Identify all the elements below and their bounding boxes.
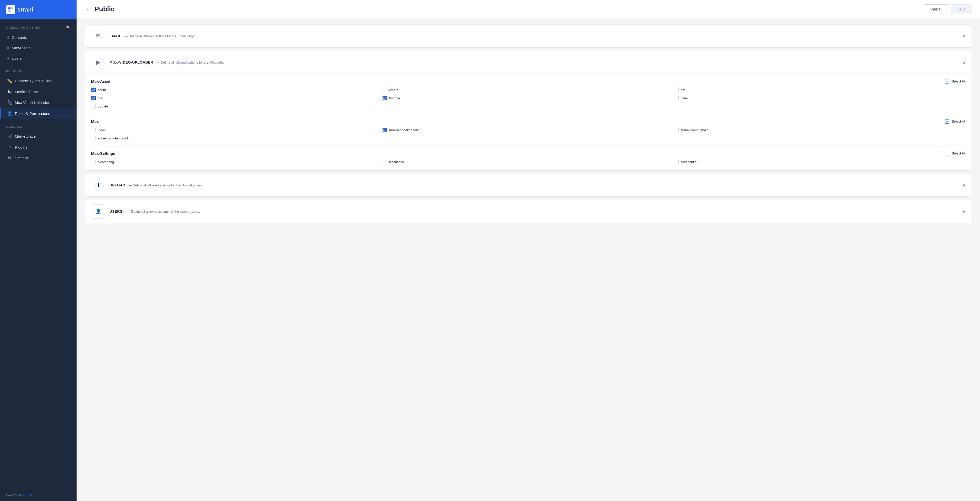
topbar-right: Cancel Save <box>924 4 972 14</box>
chevron-down-icon: ∨ <box>963 183 966 188</box>
plugin-email-header[interactable]: ✉ EMAIL — Define all allowed actions for… <box>85 25 972 48</box>
checkbox-mux-index-input[interactable] <box>91 128 96 132</box>
sidebar-item-content-types-builder[interactable]: ✏️ Content-Types Builder <box>0 75 76 86</box>
checkbox-isconfiged-label: isconfiged <box>389 160 404 164</box>
checkbox-create-label: create <box>389 88 398 92</box>
sidebar-item-media-library[interactable]: 🖼 Media Library <box>0 86 76 97</box>
mux-settings-unchecked-box[interactable] <box>945 151 950 155</box>
checkbox-saveconfig-input[interactable] <box>674 160 679 164</box>
checkbox-findone-input[interactable] <box>383 96 387 101</box>
mux-settings-select-all[interactable]: Select All <box>952 152 966 155</box>
checkbox-del: del <box>674 88 966 92</box>
chevron-up-icon: ∧ <box>963 60 966 65</box>
pencil-icon: ✏️ <box>7 78 12 83</box>
app-name: strapi <box>18 6 33 13</box>
marketplace-icon: 🛒 <box>7 134 12 139</box>
back-button[interactable]: ‹ <box>85 5 91 13</box>
svg-rect-1 <box>11 7 13 10</box>
plugin-users: 👤 USERS- — Define all allowed actions fo… <box>85 200 972 223</box>
topbar: ‹ Public Cancel Save <box>76 0 980 18</box>
mux-partial-checkbox[interactable] <box>945 119 950 124</box>
checkbox-isconfiged-input[interactable] <box>383 160 387 164</box>
search-icon[interactable]: 🔍 <box>66 26 71 30</box>
sidebar-item-contents[interactable]: Contents <box>0 32 76 43</box>
checkbox-submitdirectupload-label: submitdirectupload <box>681 128 708 132</box>
checkbox-saveconfig: saveconfig <box>674 160 966 164</box>
checkbox-clearconfig-input[interactable] <box>91 160 96 164</box>
sidebar-item-plugins[interactable]: ≡ Plugins <box>0 142 76 152</box>
mux-select-all-area: Select All <box>945 119 966 124</box>
mux-permissions-body: Mux-Asset Select All <box>85 74 972 170</box>
checkbox-del-label: del <box>681 88 685 92</box>
mux-settings-select-all-area: Select All <box>945 151 966 155</box>
topbar-left: ‹ Public <box>85 5 115 13</box>
upload-icon-wrap: ⬆ <box>91 178 105 192</box>
mux-icon: ▶ <box>96 59 100 65</box>
sidebar-item-users[interactable]: Users <box>0 53 76 64</box>
sidebar-item-settings[interactable]: ⚙ Settings <box>0 152 76 163</box>
sidebar-item-mux-video-uploader[interactable]: 📎 Mux Video Uploader <box>0 97 76 108</box>
svg-rect-2 <box>8 10 11 12</box>
collection-types-section: Collection Types 🔍 Contents MuxAssets Us… <box>0 19 76 64</box>
mux-label: Mux <box>91 119 99 124</box>
strapi-logo-icon <box>6 5 15 14</box>
checkbox-mux-index-label: index <box>98 128 106 132</box>
checkbox-index-asset-input[interactable] <box>674 96 679 101</box>
sidebar-item-muxassets[interactable]: MuxAssets <box>0 43 76 53</box>
plugin-mux-video-uploader: ▶ MUX-VIDEO-UPLOADER — Define all allowe… <box>85 51 972 171</box>
mux-asset-select-all[interactable]: Select All <box>952 80 966 83</box>
plugin-upload-header[interactable]: ⬆ UPLOAD — Define all allowed actions fo… <box>85 174 972 196</box>
plugin-mux-header[interactable]: ▶ MUX-VIDEO-UPLOADER — Define all allowe… <box>85 51 972 74</box>
perm-group-mux-settings-header: Mux-Settings Select All <box>91 151 966 155</box>
checkbox-del-input[interactable] <box>674 88 679 92</box>
mux-asset-label: Mux-Asset <box>91 79 110 83</box>
image-icon: 🖼 <box>7 89 12 94</box>
upload-icon: 📎 <box>7 100 12 105</box>
content-area: ✉ EMAIL — Define all allowed actions for… <box>76 18 980 501</box>
sidebar-item-roles-permissions[interactable]: 👤 Roles & Permissions <box>0 108 76 119</box>
dot-icon <box>7 57 9 59</box>
plugin-upload-text: UPLOAD — Define all allowed actions for … <box>110 183 963 187</box>
checkbox-submitdirectupload-input[interactable] <box>674 128 679 132</box>
checkbox-count-input[interactable] <box>91 88 96 92</box>
dot-icon <box>7 37 9 38</box>
mux-settings-label: Mux-Settings <box>91 151 115 155</box>
perm-group-mux-asset: Mux-Asset Select All <box>91 74 966 108</box>
checkbox-find-input[interactable] <box>91 96 96 101</box>
checkbox-count-label: count <box>98 88 106 92</box>
page-title: Public <box>95 5 115 13</box>
checkbox-muxwebhookhandler-input[interactable] <box>383 128 387 132</box>
plugin-email-text: EMAIL — Define all allowed actions for t… <box>110 34 963 38</box>
mux-select-all[interactable]: Select All <box>952 120 966 123</box>
list-icon: ≡ <box>7 145 12 149</box>
sidebar-item-marketplace[interactable]: 🛒 Marketplace <box>0 131 76 142</box>
collection-types-label: Collection Types 🔍 <box>0 19 76 32</box>
mux-checkboxes: index muxwebhookhandler submitdirectuplo… <box>91 128 966 140</box>
user-icon: 👤 <box>7 111 12 116</box>
mux-asset-checkboxes: count create del <box>91 88 966 108</box>
general-section: General 🛒 Marketplace ≡ Plugins ⚙ Settin… <box>0 119 76 163</box>
checkbox-create-input[interactable] <box>383 88 387 92</box>
email-icon: ✉ <box>96 33 100 39</box>
checkbox-clearconfig-label: clearconfig <box>98 160 114 164</box>
plugins-label: Plugins <box>0 64 76 75</box>
email-icon-wrap: ✉ <box>91 29 105 43</box>
checkbox-update-input[interactable] <box>91 104 96 108</box>
plugin-email: ✉ EMAIL — Define all allowed actions for… <box>85 24 972 48</box>
plugin-upload: ⬆ UPLOAD — Define all allowed actions fo… <box>85 174 972 197</box>
upload-bg: ⬆ <box>94 180 103 190</box>
cancel-button[interactable]: Cancel <box>924 4 948 14</box>
gear-icon: ⚙ <box>7 155 12 160</box>
perm-group-mux-header: Mux Select All <box>91 119 966 124</box>
save-button[interactable]: Save <box>951 4 972 14</box>
strapi-version-link[interactable]: v3.1.4 <box>23 493 32 497</box>
users-icon: 👤 <box>95 209 101 214</box>
checkbox-submitremoteupload-label: submitremoteupload <box>98 136 128 140</box>
plugin-users-header[interactable]: 👤 USERS- — Define all allowed actions fo… <box>85 200 972 223</box>
users-bg: 👤 <box>94 207 103 216</box>
checkbox-saveconfig-label: saveconfig <box>681 160 697 164</box>
checkbox-index-asset: index <box>674 96 966 101</box>
checkbox-submitremoteupload-input[interactable] <box>91 136 96 140</box>
mux-asset-partial-checkbox[interactable] <box>945 79 950 83</box>
checkbox-submitremoteupload: submitremoteupload <box>91 136 383 140</box>
